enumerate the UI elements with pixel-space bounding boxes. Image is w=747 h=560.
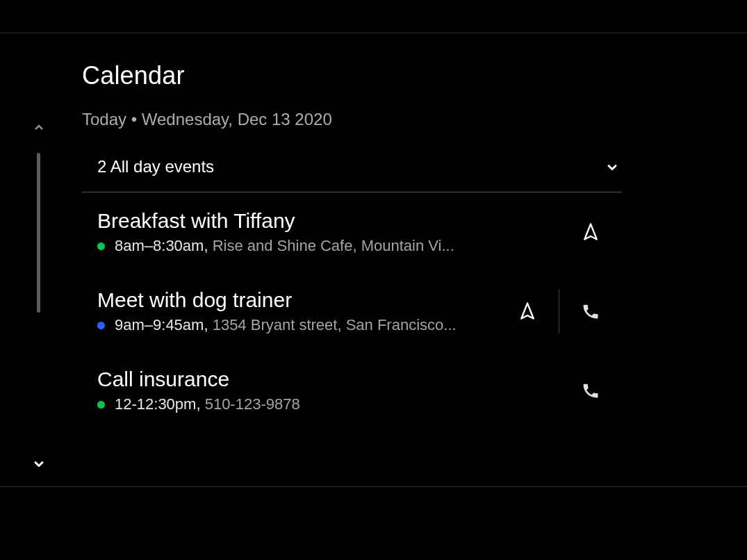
navigate-button[interactable] [559,210,622,254]
event-title: Breakfast with Tiffany [97,209,559,233]
event-location: 510-123-9878 [205,395,300,413]
page-title: Calendar [82,61,622,90]
event-time: 8am–8:30am [115,237,204,255]
chevron-up-icon [31,120,47,136]
scroll-down-button[interactable] [29,454,49,473]
event-location: 1354 Bryant street, San Francisco... [213,316,457,334]
event-row[interactable]: Call insurance12-12:30pm, 510-123-9878 [82,351,622,430]
date-subtitle: Today • Wednesday, Dec 13 2020 [82,110,622,129]
call-button[interactable] [559,289,622,333]
navigation-icon [581,222,600,242]
scrollbar[interactable] [37,153,40,313]
chevron-down-icon [29,454,49,473]
navigate-button[interactable] [496,289,559,333]
navigation-icon [518,302,537,321]
event-location: Rise and Shine Cafe, Mountain Vi... [213,237,454,255]
event-row[interactable]: Breakfast with Tiffany8am–8:30am, Rise a… [82,192,622,272]
event-row[interactable]: Meet with dog trainer9am–9:45am, 1354 Br… [82,272,622,351]
all-day-events-row[interactable]: 2 All day events [82,145,622,189]
call-button[interactable] [559,368,622,413]
expand-all-day-button[interactable] [602,157,622,176]
all-day-events-label: 2 All day events [97,157,214,176]
separator: , [204,237,212,255]
event-title: Meet with dog trainer [97,288,496,312]
calendar-color-dot [97,242,105,250]
calendar-color-dot [97,401,105,409]
event-time: 9am–9:45am [115,316,204,334]
phone-icon [581,302,600,321]
scroll-up-button[interactable] [31,120,47,136]
event-time: 12-12:30pm [115,395,196,413]
separator: , [196,395,204,413]
separator: , [204,316,212,334]
phone-icon [581,381,600,400]
chevron-down-icon [602,157,622,176]
date-label: Wednesday, Dec 13 2020 [142,110,332,129]
event-title: Call insurance [97,368,559,391]
separator: • [126,110,142,129]
calendar-color-dot [97,322,105,329]
today-label: Today [82,110,126,129]
